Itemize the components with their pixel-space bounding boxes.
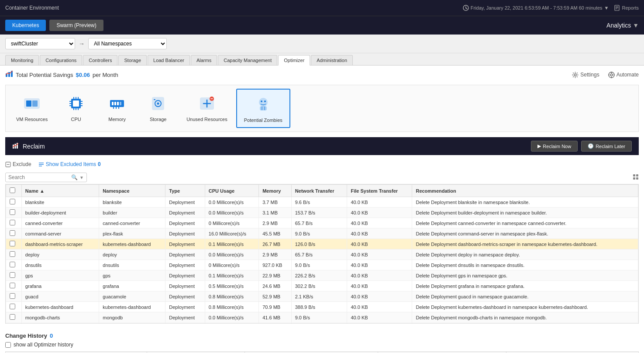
col-fs[interactable]: File System Transfer (347, 185, 412, 197)
row-checkbox[interactable] (6, 270, 22, 281)
row-recommendation: Delete Deployment blanksite in namespace… (412, 197, 638, 208)
exclude-button[interactable]: Exclude (5, 161, 31, 167)
table-row: mongodb-charts mongodb Deployment 0.0 Mi… (6, 312, 638, 323)
tab-alarms[interactable]: Alarms (191, 55, 217, 65)
swarm-button[interactable]: Swarm (Preview) (49, 20, 103, 31)
reports-button[interactable]: Reports (614, 5, 639, 11)
row-cpu: 0.8 Millicore(s)/s (205, 302, 258, 312)
row-memory: 3.7 MB (259, 197, 291, 208)
row-type: Deployment (165, 208, 205, 218)
analytics-button[interactable]: Analytics ▼ (606, 22, 639, 29)
col-type[interactable]: Type (165, 185, 205, 197)
tab-storage[interactable]: Storage (118, 55, 147, 65)
category-unused-resources[interactable]: Unused Resources (179, 89, 234, 128)
svg-rect-62 (636, 174, 638, 176)
row-checkbox[interactable] (6, 291, 22, 302)
tab-load-balancer[interactable]: Load Balancer (148, 55, 190, 65)
col-recommendation[interactable]: Recommendation (412, 185, 638, 197)
reclaim-now-button[interactable]: ▶ Reclaim Now (531, 141, 578, 152)
cluster-select[interactable]: swiftCluster (5, 38, 75, 49)
excluded-count: 0 (98, 161, 101, 167)
category-cpu[interactable]: CPU (56, 89, 96, 128)
show-history-checkbox[interactable] (5, 342, 11, 348)
search-dropdown-icon[interactable]: ▼ (79, 175, 84, 180)
row-network: 9.0 B/s (291, 228, 347, 239)
tab-configurations[interactable]: Configurations (40, 55, 82, 65)
col-memory[interactable]: Memory (259, 185, 291, 197)
row-checkbox[interactable] (6, 208, 22, 218)
tab-administration[interactable]: Administration (311, 55, 353, 65)
row-type: Deployment (165, 260, 205, 270)
search-icon: 🔍 (71, 174, 78, 180)
category-vm-resources[interactable]: VM Resources (9, 89, 55, 128)
row-checkbox[interactable] (6, 197, 22, 208)
row-name: nextcloud-app (21, 323, 99, 324)
action-bar: Exclude Show Excluded Items 0 (5, 159, 639, 170)
kubernetes-button[interactable]: Kubernetes (5, 20, 46, 31)
row-checkbox[interactable] (6, 249, 22, 260)
row-fs: 40.0 KB (347, 228, 412, 239)
row-type: Deployment (165, 270, 205, 281)
reclaim-bar: Reclaim ▶ Reclaim Now 🕐 Reclaim Later (5, 137, 639, 155)
row-checkbox[interactable] (6, 218, 22, 228)
row-memory: 24.6 MB (259, 281, 291, 291)
select-all-checkbox[interactable] (10, 187, 15, 193)
tab-monitoring[interactable]: Monitoring (5, 55, 39, 65)
show-excluded-button[interactable]: Show Excluded Items 0 (38, 161, 101, 167)
row-cpu: 0.1 Millicore(s)/s (205, 239, 258, 249)
time-info: Friday, January 22, 2021 6:53:59 AM - 7:… (463, 5, 609, 11)
svg-rect-32 (114, 102, 116, 105)
namespace-select[interactable]: All Namespaces (88, 38, 167, 49)
row-checkbox[interactable] (6, 239, 22, 249)
change-history-title: Change History 0 (5, 332, 639, 339)
savings-bar: Total Potential Savings $0.06 per Month … (5, 70, 639, 80)
table-row: nextcloud-app nextcloud Deployment 0.3 M… (6, 323, 638, 324)
grid-view-icon[interactable] (633, 174, 639, 181)
row-type: Deployment (165, 323, 205, 324)
history-col-desc[interactable]: Description (506, 352, 638, 353)
table-row: dnsutils dnsutils Deployment 0 Millicore… (6, 260, 638, 270)
category-potential-zombies[interactable]: Potential Zombies (236, 89, 290, 128)
row-fs: 40.0 KB (347, 312, 412, 323)
col-namespace[interactable]: Namespace (99, 185, 165, 197)
row-cpu: 0 Millicore(s)/s (205, 218, 258, 228)
reports-icon (614, 5, 620, 11)
row-checkbox[interactable] (6, 228, 22, 239)
reclaim-later-button[interactable]: 🕐 Reclaim Later (581, 141, 632, 152)
search-input[interactable] (8, 174, 69, 180)
svg-point-12 (610, 74, 613, 76)
history-col-executed[interactable]: Executed (245, 352, 378, 353)
tab-capacity-management[interactable]: Capacity Management (218, 55, 277, 65)
table-row: guacd guacamole Deployment 0.8 Millicore… (6, 291, 638, 302)
row-network: 388.9 B/s (291, 302, 347, 312)
row-namespace: kubernetes-dashboard (99, 302, 165, 312)
row-checkbox[interactable] (6, 323, 22, 324)
history-col-target[interactable]: Target Name (6, 352, 147, 353)
col-network[interactable]: Network Transfer (291, 185, 347, 197)
cpu-label: CPU (71, 117, 81, 122)
memory-label: Memory (108, 117, 126, 122)
history-col-created[interactable]: Created By (378, 352, 506, 353)
category-memory[interactable]: Memory (97, 89, 137, 128)
col-checkbox[interactable] (6, 185, 22, 197)
row-checkbox[interactable] (6, 302, 22, 312)
row-checkbox[interactable] (6, 260, 22, 270)
history-col-change[interactable]: Change (147, 352, 245, 353)
svg-point-48 (261, 100, 262, 102)
row-namespace: gps (99, 270, 165, 281)
table-row: kubernetes-dashboard kubernetes-dashboar… (6, 302, 638, 312)
col-name[interactable]: Name ▲ (21, 185, 99, 197)
row-recommendation: Delete Deployment deploy in namespace de… (412, 249, 638, 260)
tab-controllers[interactable]: Controllers (83, 55, 117, 65)
row-checkbox[interactable] (6, 281, 22, 291)
automate-button[interactable]: Automate (608, 72, 639, 78)
settings-button[interactable]: Settings (572, 72, 599, 78)
category-storage[interactable]: Storage (138, 89, 178, 128)
row-fs: 40.0 KB (347, 281, 412, 291)
row-recommendation: Delete Deployment mongodb-charts in name… (412, 312, 638, 323)
col-cpu[interactable]: CPU Usage (205, 185, 258, 197)
row-checkbox[interactable] (6, 312, 22, 323)
tab-optimizer[interactable]: Optimizer (278, 55, 310, 66)
nav-bar: Kubernetes Swarm (Preview) Analytics ▼ (0, 16, 644, 35)
table-body: blanksite blanksite Deployment 0.0 Milli… (6, 197, 638, 324)
